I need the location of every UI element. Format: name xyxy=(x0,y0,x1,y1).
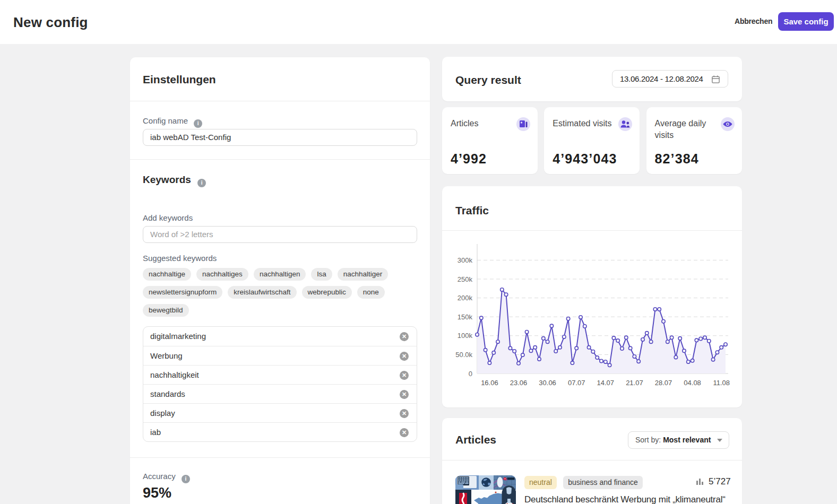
svg-text:50.0k: 50.0k xyxy=(455,351,472,359)
svg-text:250k: 250k xyxy=(458,275,473,283)
svg-text:04.08: 04.08 xyxy=(684,379,701,387)
svg-text:100k: 100k xyxy=(458,332,473,340)
svg-text:11.08: 11.08 xyxy=(713,379,730,387)
svg-text:14.07: 14.07 xyxy=(597,379,615,387)
svg-text:21.07: 21.07 xyxy=(626,379,643,387)
svg-text:23.06: 23.06 xyxy=(510,379,528,387)
svg-text:150k: 150k xyxy=(458,313,473,321)
svg-text:300k: 300k xyxy=(458,256,473,264)
svg-text:30.06: 30.06 xyxy=(539,379,556,387)
svg-text:16.06: 16.06 xyxy=(481,379,498,387)
svg-text:200k: 200k xyxy=(458,294,473,302)
svg-text:07.07: 07.07 xyxy=(568,379,585,387)
svg-text:28.07: 28.07 xyxy=(655,379,672,387)
svg-text:0: 0 xyxy=(469,370,472,378)
